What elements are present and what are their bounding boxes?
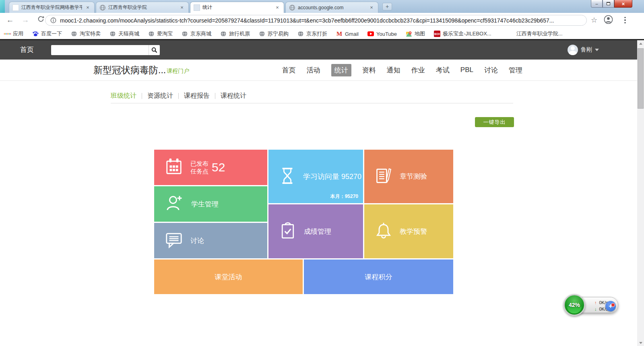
baidu-icon — [32, 31, 39, 37]
gmail-icon: M — [336, 31, 343, 37]
reload-button[interactable] — [35, 15, 46, 25]
tab-title: 江西青年职业学院 — [108, 4, 176, 11]
tile-class-activity[interactable]: 课堂活动 — [154, 260, 303, 294]
clipboard-check-icon — [279, 221, 297, 241]
bookmark-suning[interactable]: 苏宁易购 — [259, 30, 289, 37]
bookmark-travel-tickets[interactable]: 旅行机票 — [220, 30, 250, 37]
tab-strip: 江西青年职业学院网络教学平台 × 江西青年职业学院 × 统计 × account… — [0, 0, 644, 13]
document-pen-icon — [375, 167, 392, 187]
bookmark-jd-mall[interactable]: 京东商城 — [182, 30, 211, 37]
user-name: 鲁刚 — [581, 46, 592, 54]
globe-icon — [71, 31, 77, 37]
tab-title: 江西青年职业学院网络教学平台 — [21, 4, 82, 11]
globe-icon — [109, 31, 116, 37]
scroll-up-button[interactable] — [637, 40, 644, 47]
site-home-link[interactable]: 首页 — [20, 40, 34, 60]
subnav-course-report[interactable]: 课程报告 — [184, 92, 210, 100]
nav-activity[interactable]: 活动 — [307, 66, 320, 75]
subnav-class-statistics[interactable]: 班级统计 — [111, 92, 136, 100]
tile-published-tasks[interactable]: 已发布 任务点 52 — [154, 150, 267, 185]
nav-statistics[interactable]: 统计 — [331, 64, 351, 76]
chevron-down-icon — [595, 49, 599, 51]
tab-jxqy-platform[interactable]: 江西青年职业学院网络教学平台 × — [9, 2, 95, 13]
tab-statistics-active[interactable]: 统计 × — [190, 2, 284, 13]
tile-discussion[interactable]: 讨论 — [154, 223, 267, 258]
scroll-down-button[interactable] — [637, 340, 644, 346]
tile-label: 教学预警 — [400, 227, 427, 236]
close-window-button[interactable]: × — [614, 0, 632, 8]
page-info-icon[interactable] — [50, 17, 56, 23]
subnav-course-statistics[interactable]: 课程统计 — [221, 92, 246, 100]
add-download-button[interactable]: + — [605, 301, 616, 311]
scrollbar-thumb[interactable] — [638, 48, 644, 109]
bookmark-taobao-sale[interactable]: 淘宝特卖 — [71, 30, 101, 37]
chat-bubble-icon — [165, 231, 183, 251]
subnav-resource-statistics[interactable]: 资源统计 — [147, 92, 173, 100]
tab-close-icon[interactable]: × — [368, 4, 375, 10]
nav-discussion[interactable]: 讨论 — [484, 66, 498, 75]
youtube-icon — [367, 31, 374, 37]
tile-student-management[interactable]: 学生管理 — [154, 186, 267, 222]
user-menu[interactable]: 鲁刚 — [568, 40, 599, 60]
tile-learning-visits[interactable]: 学习访问量 95270 本月：95270 — [268, 150, 363, 203]
progress-sphere[interactable]: 42% — [564, 294, 585, 316]
tile-month-value: 本月：95270 — [330, 193, 358, 200]
speed-widget[interactable]: ↑0K/s ↓0K/s + 42% — [564, 296, 618, 314]
bookmark-maps[interactable]: 地图 — [406, 30, 425, 37]
restore-button[interactable] — [603, 0, 614, 8]
new-tab-button[interactable]: + — [382, 3, 392, 10]
nav-home[interactable]: 首页 — [282, 66, 296, 75]
address-bar[interactable]: mooc1-2.chaoxing.com/moocAnalysis/statis… — [45, 15, 587, 26]
minimize-button[interactable]: – — [591, 0, 603, 8]
calendar-icon — [165, 157, 183, 177]
tab-jxqy-college[interactable]: 江西青年职业学院 × — [96, 2, 189, 13]
nav-notice[interactable]: 通知 — [387, 66, 400, 75]
bookmark-apps[interactable]: 应用 — [4, 30, 23, 37]
tile-grade-management[interactable]: 成绩管理 — [268, 204, 363, 258]
site-header: 首页 鲁刚 — [0, 39, 644, 60]
progress-percent: 42% — [569, 302, 580, 308]
bookmark-youtube[interactable]: YouTube — [367, 31, 397, 37]
tab-close-icon[interactable]: × — [179, 4, 185, 10]
page-scrollbar — [637, 40, 644, 346]
bookmark-jilebox[interactable]: BOX 极乐宝盒-JILEBOX... — [434, 30, 491, 37]
upload-arrow-icon: ↑ — [594, 299, 597, 306]
statistics-subnav: 班级统计 资源统计 课程报告 课程统计 — [111, 92, 246, 100]
browser-menu-button[interactable] — [620, 17, 630, 24]
bookmark-gmail[interactable]: M Gmail — [336, 31, 359, 37]
course-portal-link[interactable]: 课程门户 — [167, 68, 189, 75]
bookmark-baidu[interactable]: 百度一下 — [32, 30, 62, 37]
back-button[interactable]: ← — [5, 15, 15, 25]
bookmark-star-icon[interactable]: ☆ — [589, 16, 599, 25]
apps-grid-icon — [4, 31, 10, 37]
site-search-button[interactable] — [149, 45, 160, 55]
tab-title: accounts.google.com — [298, 5, 366, 10]
tab-close-icon[interactable]: × — [85, 4, 91, 10]
globe-icon — [220, 31, 227, 37]
nav-pbl[interactable]: PBL — [460, 66, 473, 74]
nav-materials[interactable]: 资料 — [362, 66, 376, 75]
url-text: mooc1-2.chaoxing.com/moocAnalysis/statis… — [60, 17, 554, 24]
nav-manage[interactable]: 管理 — [509, 66, 522, 75]
profile-button[interactable] — [604, 15, 613, 26]
site-search-input[interactable] — [51, 45, 149, 55]
site-search-box — [51, 45, 160, 55]
tile-chapter-quiz[interactable]: 章节测验 — [364, 150, 453, 203]
tile-value: 52 — [212, 161, 225, 174]
tab-title: 统计 — [202, 4, 272, 11]
bookmark-tmall[interactable]: 天猫商城 — [109, 30, 139, 37]
nav-exam[interactable]: 考试 — [436, 66, 450, 75]
export-button[interactable]: 一键导出 — [475, 117, 514, 127]
bookmark-jd-discount[interactable]: 京东打折 — [297, 30, 327, 37]
tab-google-accounts[interactable]: accounts.google.com × — [285, 2, 378, 13]
tab-close-icon[interactable]: × — [274, 4, 281, 10]
globe-icon — [182, 31, 188, 37]
tile-label: 学生管理 — [191, 200, 219, 209]
window-controls: – × — [591, 0, 632, 8]
bell-icon — [375, 221, 392, 241]
bookmark-aitaobao[interactable]: 爱淘宝 — [148, 30, 173, 37]
nav-homework[interactable]: 作业 — [411, 66, 425, 75]
tile-course-points[interactable]: 课程积分 — [304, 260, 453, 294]
tile-teaching-warning[interactable]: 教学预警 — [364, 204, 453, 258]
bookmark-jxqy-college[interactable]: 江西青年职业学院... — [516, 30, 563, 37]
